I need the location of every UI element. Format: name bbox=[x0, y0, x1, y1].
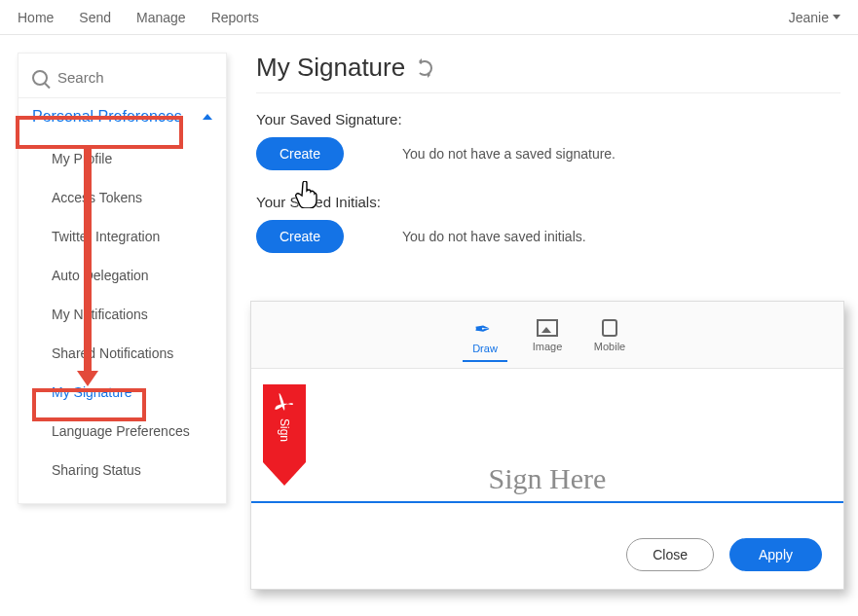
nav-reports[interactable]: Reports bbox=[211, 10, 259, 25]
refresh-icon[interactable] bbox=[417, 60, 432, 76]
sign-tab-draw-label: Draw bbox=[472, 343, 498, 354]
sidebar-item-language-preferences[interactable]: Language Preferences bbox=[19, 412, 226, 451]
image-icon bbox=[537, 319, 558, 337]
adobe-sign-tag: Sign bbox=[263, 384, 306, 486]
sidebar-item-shared-notifications[interactable]: Shared Notifications bbox=[19, 334, 226, 373]
signature-modal-toolbar: ✒ Draw Image Mobile bbox=[251, 302, 843, 369]
sidebar-item-sharing-status[interactable]: Sharing Status bbox=[19, 451, 226, 489]
search-input[interactable] bbox=[57, 69, 174, 86]
nav-manage[interactable]: Manage bbox=[136, 10, 186, 25]
chevron-down-icon bbox=[833, 15, 840, 19]
page-title-row: My Signature bbox=[256, 53, 840, 83]
initials-empty-text: You do not have saved initials. bbox=[402, 229, 586, 244]
nav-home[interactable]: Home bbox=[18, 10, 54, 25]
sidebar: Personal Preferences My Profile Access T… bbox=[18, 53, 227, 504]
sidebar-item-my-signature[interactable]: My Signature bbox=[19, 373, 226, 412]
nav-send[interactable]: Send bbox=[79, 10, 111, 25]
sidebar-section-personal-preferences[interactable]: Personal Preferences bbox=[19, 97, 226, 135]
signature-baseline bbox=[251, 501, 843, 503]
sidebar-search[interactable] bbox=[19, 63, 226, 97]
sidebar-item-my-notifications[interactable]: My Notifications bbox=[19, 295, 226, 334]
sidebar-item-twitter-integration[interactable]: Twitter Integration bbox=[19, 217, 226, 256]
page-title: My Signature bbox=[256, 53, 405, 83]
search-icon bbox=[32, 70, 48, 86]
mobile-icon bbox=[602, 319, 617, 337]
signature-modal-footer: Close Apply bbox=[251, 525, 843, 589]
sign-tab-mobile-label: Mobile bbox=[594, 341, 625, 352]
create-initials-button[interactable]: Create bbox=[256, 220, 344, 253]
user-menu[interactable]: Jeanie bbox=[789, 10, 840, 25]
close-button[interactable]: Close bbox=[626, 538, 714, 571]
saved-signature-heading: Your Saved Signature: bbox=[256, 111, 840, 127]
apply-button[interactable]: Apply bbox=[729, 538, 822, 571]
adobe-pdf-icon bbox=[273, 390, 296, 414]
sidebar-item-my-profile[interactable]: My Profile bbox=[19, 139, 226, 178]
signature-modal: ✒ Draw Image Mobile Sign Sign Here Close… bbox=[250, 301, 844, 590]
sign-tab-image[interactable]: Image bbox=[525, 319, 570, 362]
sign-tab-draw[interactable]: ✒ Draw bbox=[463, 319, 507, 362]
sidebar-item-access-tokens[interactable]: Access Tokens bbox=[19, 178, 226, 217]
adobe-sign-label: Sign bbox=[278, 418, 291, 442]
user-name: Jeanie bbox=[789, 10, 829, 25]
draw-icon: ✒ bbox=[474, 319, 496, 339]
chevron-up-icon bbox=[203, 114, 212, 120]
sidebar-item-auto-delegation[interactable]: Auto Delegation bbox=[19, 256, 226, 295]
sign-tab-mobile[interactable]: Mobile bbox=[587, 319, 632, 362]
saved-initials-heading: Your Saved Initials: bbox=[256, 194, 840, 210]
create-signature-button[interactable]: Create bbox=[256, 137, 344, 170]
sign-tab-image-label: Image bbox=[533, 341, 563, 352]
sign-here-placeholder: Sign Here bbox=[489, 462, 607, 495]
signature-empty-text: You do not have a saved signature. bbox=[402, 146, 616, 162]
top-nav: Home Send Manage Reports Jeanie bbox=[0, 0, 858, 35]
signature-canvas[interactable]: Sign Sign Here bbox=[251, 369, 843, 525]
sidebar-section-label: Personal Preferences bbox=[32, 108, 182, 126]
